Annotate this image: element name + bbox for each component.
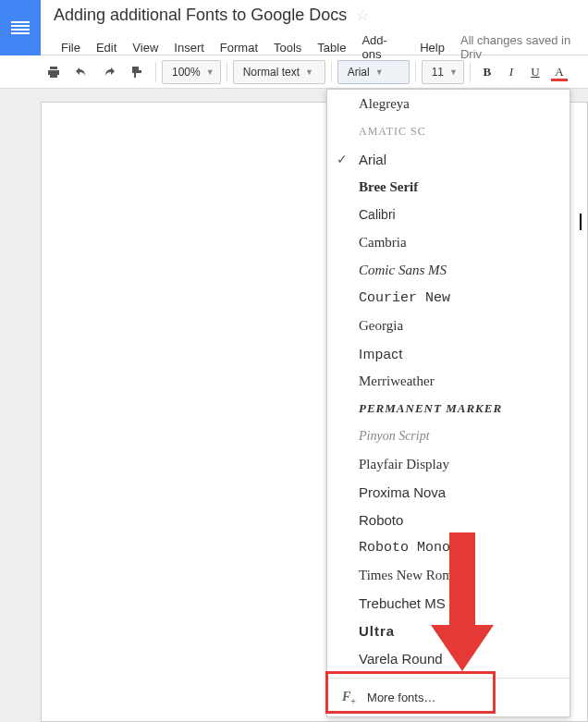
- font-item-alegreya[interactable]: Alegreya: [327, 90, 570, 117]
- font-size-combo[interactable]: 11▼: [422, 60, 464, 84]
- font-item-roboto-mono[interactable]: Roboto Mono: [327, 533, 570, 561]
- font-item-label: Times New Roman: [359, 568, 466, 583]
- toolbar-separator: [415, 62, 416, 82]
- toolbar-separator: [331, 62, 332, 82]
- font-item-label: Roboto Mono: [359, 540, 450, 556]
- star-icon[interactable]: ☆: [356, 6, 369, 24]
- font-item-amatic-sc[interactable]: Amatic SC: [327, 117, 570, 145]
- font-item-roboto[interactable]: Roboto: [327, 506, 570, 533]
- font-item-label: Cambria: [359, 235, 407, 251]
- bold-button[interactable]: B: [476, 60, 498, 84]
- paragraph-style-combo[interactable]: Normal text▼: [233, 60, 325, 84]
- more-fonts-item[interactable]: F+ More fonts…: [327, 678, 570, 716]
- menu-add-ons[interactable]: Add-ons: [354, 31, 411, 64]
- font-item-arial[interactable]: ✓Arial: [327, 145, 570, 173]
- font-item-label: Playfair Display: [359, 457, 449, 472]
- document-title[interactable]: Adding additional Fonts to Google Docs: [54, 6, 347, 25]
- font-item-label: Courier New: [359, 290, 450, 306]
- font-item-label: Proxima Nova: [359, 484, 446, 500]
- font-item-calibri[interactable]: Calibri: [327, 201, 570, 228]
- font-item-label: Alegreya: [359, 96, 410, 112]
- text-cursor: [580, 214, 582, 230]
- menu-insert[interactable]: Insert: [166, 38, 212, 57]
- font-item-merriweather[interactable]: Merriweather: [327, 367, 570, 395]
- font-item-georgia[interactable]: Georgia: [327, 312, 570, 339]
- font-item-pinyon-script[interactable]: Pinyon Script: [327, 422, 570, 450]
- font-item-label: Permanent Marker: [359, 401, 502, 416]
- hamburger-lines-icon: [11, 21, 30, 34]
- text-color-button[interactable]: A: [548, 60, 570, 84]
- menu-format[interactable]: Format: [213, 38, 265, 57]
- undo-button[interactable]: [68, 60, 94, 84]
- toolbar-separator: [227, 62, 227, 82]
- italic-button[interactable]: I: [500, 60, 522, 84]
- menu-tools[interactable]: Tools: [266, 38, 309, 57]
- app-header: Adding additional Fonts to Google Docs ☆…: [0, 0, 588, 55]
- font-item-varela-round[interactable]: Varela Round: [327, 644, 570, 672]
- menu-edit[interactable]: Edit: [89, 38, 124, 57]
- zoom-combo[interactable]: 100%▼: [162, 60, 221, 84]
- font-item-cambria[interactable]: Cambria: [327, 228, 570, 256]
- font-item-label: Pinyon Script: [359, 429, 430, 444]
- font-item-trebuchet-ms[interactable]: Trebuchet MS: [327, 589, 570, 617]
- font-item-label: Trebuchet MS: [359, 595, 446, 611]
- font-item-courier-new[interactable]: Courier New: [327, 284, 570, 312]
- menu-bar: FileEditViewInsertFormatToolsTableAdd-on…: [54, 31, 588, 64]
- caret-down-icon: ▼: [305, 67, 313, 77]
- toolbar: 100%▼ Normal text▼ Arial▼ 11▼ B I U A: [0, 55, 588, 89]
- print-button[interactable]: [41, 60, 67, 84]
- font-item-label: Arial: [359, 152, 386, 167]
- font-item-label: Impact: [359, 346, 403, 361]
- font-value: Arial: [348, 66, 370, 79]
- size-value: 11: [432, 66, 444, 79]
- font-item-label: Bree Serif: [359, 179, 418, 195]
- font-item-label: Merriweather: [359, 373, 435, 389]
- more-fonts-label: More fonts…: [367, 691, 435, 704]
- font-item-label: Ultra: [359, 623, 395, 639]
- save-status: All changes saved in Driv: [460, 33, 588, 61]
- font-item-ultra[interactable]: Ultra: [327, 617, 570, 644]
- caret-down-icon: ▼: [206, 67, 214, 77]
- toolbar-separator: [155, 62, 156, 82]
- font-item-label: Calibri: [359, 207, 396, 222]
- font-item-label: Varela Round: [359, 651, 443, 667]
- paint-format-button[interactable]: [124, 60, 150, 84]
- redo-button[interactable]: [96, 60, 122, 84]
- font-item-playfair-display[interactable]: Playfair Display: [327, 450, 570, 478]
- font-item-comic-sans-ms[interactable]: Comic Sans MS: [327, 256, 570, 284]
- font-list: AlegreyaAmatic SC✓ArialBree SerifCalibri…: [327, 90, 570, 678]
- font-item-label: Comic Sans MS: [359, 263, 447, 278]
- header-main: Adding additional Fonts to Google Docs ☆…: [41, 0, 588, 64]
- font-item-bree-serif[interactable]: Bree Serif: [327, 173, 570, 201]
- menu-help[interactable]: Help: [412, 38, 452, 57]
- caret-down-icon: ▼: [375, 67, 384, 77]
- menu-file[interactable]: File: [54, 38, 88, 57]
- style-value: Normal text: [243, 66, 300, 79]
- font-item-permanent-marker[interactable]: Permanent Marker: [327, 395, 570, 422]
- docs-app-icon[interactable]: [0, 0, 41, 55]
- font-family-combo[interactable]: Arial▼: [337, 60, 410, 84]
- menu-view[interactable]: View: [125, 38, 165, 57]
- font-item-proxima-nova[interactable]: Proxima Nova: [327, 478, 570, 506]
- font-item-impact[interactable]: Impact: [327, 339, 570, 367]
- menu-table[interactable]: Table: [310, 38, 353, 57]
- font-item-label: Georgia: [359, 318, 403, 334]
- underline-button[interactable]: U: [524, 60, 546, 84]
- font-item-verdana[interactable]: Verdana: [327, 672, 570, 678]
- title-row: Adding additional Fonts to Google Docs ☆: [54, 6, 588, 25]
- more-fonts-icon: F+: [342, 690, 356, 706]
- toolbar-separator: [470, 62, 471, 82]
- font-item-label: Roboto: [359, 512, 403, 528]
- zoom-value: 100%: [172, 66, 201, 79]
- font-dropdown: AlegreyaAmatic SC✓ArialBree SerifCalibri…: [326, 89, 570, 717]
- checkmark-icon: ✓: [337, 152, 348, 166]
- caret-down-icon: ▼: [449, 67, 458, 77]
- font-item-times-new-roman[interactable]: Times New Roman: [327, 561, 570, 589]
- font-item-label: Amatic SC: [359, 125, 426, 139]
